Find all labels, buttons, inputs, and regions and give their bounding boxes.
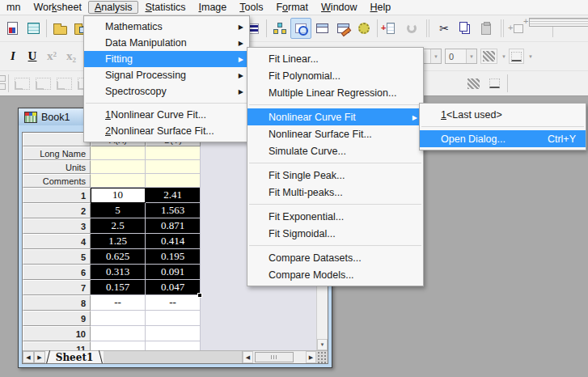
sheet-next-button[interactable]: ▶ — [34, 351, 45, 363]
size-combo[interactable]: 0 ▼ — [445, 49, 477, 64]
menu-item-open-dialog[interactable]: Open Dialog...Ctrl+Y — [420, 130, 586, 147]
border-tool-button[interactable] — [484, 73, 505, 94]
menu-item-compare-models[interactable]: Compare Models... — [247, 266, 423, 283]
subscript-button[interactable]: x₂ — [61, 47, 81, 66]
menu-item-fit-linear[interactable]: Fit Linear... — [247, 50, 423, 67]
cell-b1[interactable]: 2.41 — [146, 188, 201, 203]
cell-a5[interactable]: 0.625 — [91, 249, 146, 265]
cell-a8[interactable]: -- — [91, 295, 146, 311]
copy-button[interactable] — [455, 18, 476, 39]
add-graph-table-button[interactable] — [529, 18, 550, 39]
cell-a9[interactable] — [91, 311, 146, 326]
menu-statistics[interactable]: Statistics — [138, 1, 192, 14]
comments-cell-a[interactable] — [91, 174, 146, 188]
cell-b3[interactable]: 0.871 — [146, 218, 201, 234]
menu-image[interactable]: Image — [192, 1, 234, 14]
cell-a6[interactable]: 0.313 — [91, 265, 146, 280]
options-button[interactable] — [353, 18, 374, 39]
horizontal-scrollbar[interactable]: ◀ ▶ — [242, 351, 316, 363]
scroll-left-button[interactable]: ◀ — [243, 351, 253, 363]
row-header-long-name[interactable]: Long Name — [23, 146, 91, 160]
superscript-button[interactable]: x² — [42, 47, 61, 66]
cell-a3[interactable]: 2.5 — [91, 218, 146, 234]
menu-item-fit-multi-peaks[interactable]: Fit Multi-peaks... — [247, 184, 423, 201]
menu-item-recent-1-nonlinear-curve-fit[interactable]: 1 Nonlinear Curve Fit... — [84, 107, 249, 123]
menu-column-partial[interactable]: mn — [0, 1, 27, 14]
menu-worksheet[interactable]: Worksheet — [27, 1, 88, 14]
menu-item-multiple-linear-regression[interactable]: Multiple Linear Regression... — [247, 84, 423, 101]
row-header-9[interactable]: 9 — [23, 311, 91, 326]
refresh-button[interactable] — [401, 18, 422, 39]
menu-item-mathematics[interactable]: Mathematics▶ — [84, 19, 249, 35]
cut-button[interactable]: ✂ — [434, 18, 455, 39]
cell-b2[interactable]: 1.563 — [146, 203, 201, 218]
menu-analysis[interactable]: Analysis — [88, 1, 139, 14]
row-header-units[interactable]: Units — [23, 160, 91, 174]
chevron-down-icon[interactable]: ▼ — [466, 49, 476, 63]
cell-b8[interactable]: -- — [146, 295, 201, 311]
row-header-10[interactable]: 10 — [23, 326, 91, 341]
menu-item-fit-polynomial[interactable]: Fit Polynomial... — [247, 67, 423, 84]
selection-handle[interactable] — [197, 293, 202, 298]
menu-item-last-used[interactable]: 1 <Last used> — [420, 106, 586, 123]
cell-b9[interactable] — [146, 311, 201, 326]
menu-help[interactable]: Help — [364, 1, 398, 14]
menu-item-compare-datasets[interactable]: Compare Datasets... — [247, 249, 423, 266]
chevron-down-icon[interactable]: ▼ — [430, 49, 441, 63]
units-cell-a[interactable] — [91, 160, 146, 174]
cell-b7[interactable]: 0.047 — [146, 280, 201, 295]
cell-a10[interactable] — [91, 326, 146, 341]
menu-item-data-manipulation[interactable]: Data Manipulation▶ — [84, 35, 249, 51]
open-button[interactable] — [49, 18, 70, 39]
menu-item-fit-sigmoidal[interactable]: Fit Sigmoidal... — [247, 225, 423, 242]
cell-a7[interactable]: 0.157 — [91, 280, 146, 295]
cell-b11[interactable] — [146, 341, 201, 350]
row-header-11[interactable]: 11 — [23, 341, 91, 350]
new-workbook-button[interactable] — [23, 18, 44, 39]
menu-item-signal-processing[interactable]: Signal Processing▶ — [84, 67, 249, 83]
cell-a2[interactable]: 5 — [91, 203, 146, 218]
cell-a1[interactable]: 10 — [91, 188, 146, 203]
menu-item-simulate-curve[interactable]: Simulate Curve... — [247, 142, 423, 159]
row-header-comments[interactable]: Comments — [23, 174, 91, 188]
row-header-7[interactable]: 7 — [23, 280, 91, 295]
layout-tool-button-1[interactable] — [11, 73, 32, 94]
worksheet-view-button[interactable] — [311, 18, 332, 39]
row-header-2[interactable]: 2 — [23, 203, 91, 218]
worksheet-edit-button[interactable] — [332, 18, 353, 39]
units-cell-b[interactable] — [146, 160, 201, 174]
menu-format[interactable]: Format — [269, 1, 315, 14]
long-name-cell-a[interactable] — [91, 146, 146, 160]
underline-button[interactable]: U — [23, 47, 42, 66]
border-style-button[interactable] — [509, 49, 524, 64]
fill-tool-button[interactable] — [463, 73, 484, 94]
chevron-down-icon[interactable]: ▼ — [528, 54, 533, 59]
scroll-down-button[interactable]: ▼ — [317, 339, 328, 350]
row-header-8[interactable]: 8 — [23, 295, 91, 311]
horizontal-scroll-track[interactable] — [253, 351, 306, 363]
tab-sheet1[interactable]: Sheet1 — [45, 351, 104, 363]
row-header-5[interactable]: 5 — [23, 249, 91, 265]
row-header-3[interactable]: 3 — [23, 218, 91, 234]
menu-tools[interactable]: Tools — [233, 1, 269, 14]
long-name-cell-b[interactable] — [146, 146, 201, 160]
comments-cell-b[interactable] — [146, 174, 201, 188]
fill-pattern-button[interactable] — [480, 49, 497, 64]
preview-button[interactable] — [290, 18, 311, 39]
cell-b4[interactable]: 0.414 — [146, 234, 201, 249]
paste-button[interactable] — [476, 18, 497, 39]
corner-header-cell[interactable] — [23, 133, 91, 146]
italic-button[interactable]: I — [3, 47, 23, 66]
menu-item-nonlinear-surface-fit[interactable]: Nonlinear Surface Fit... — [247, 125, 423, 142]
layout-tool-button-2[interactable] — [32, 73, 53, 94]
row-header-4[interactable]: 4 — [23, 234, 91, 249]
menu-item-recent-2-nonlinear-surface-fit[interactable]: 2 Nonlinear Surface Fit... — [84, 123, 249, 139]
toolbar-handle[interactable] — [426, 19, 429, 37]
menu-item-spectroscopy[interactable]: Spectroscopy▶ — [84, 83, 249, 100]
cell-b5[interactable]: 0.195 — [146, 249, 201, 265]
layers-icon[interactable] — [0, 75, 6, 91]
new-project-button[interactable] — [2, 18, 23, 39]
row-header-1[interactable]: 1 — [23, 188, 91, 203]
menu-item-fitting[interactable]: Fitting▶ — [84, 51, 249, 67]
row-header-6[interactable]: 6 — [23, 265, 91, 280]
